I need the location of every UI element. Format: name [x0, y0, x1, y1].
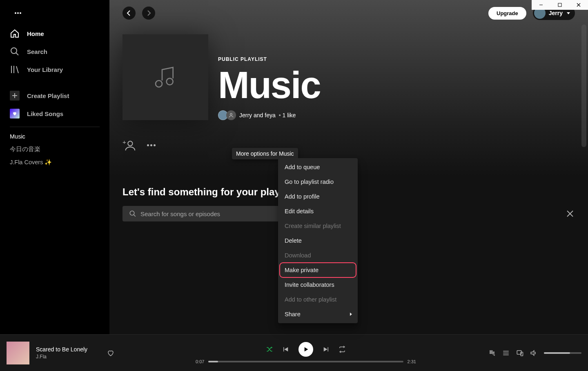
- now-playing-cover[interactable]: [7, 342, 29, 364]
- playlist-title[interactable]: Music: [218, 66, 321, 104]
- chevron-right-icon: [349, 312, 353, 316]
- more-options-button[interactable]: [147, 144, 156, 146]
- nav-library[interactable]: Your Library: [3, 60, 106, 78]
- history-back-button[interactable]: [122, 7, 136, 20]
- create-playlist-label: Create Playlist: [27, 92, 69, 99]
- playlist-type-label: PUBLIC PLAYLIST: [218, 56, 321, 62]
- home-icon: [10, 29, 20, 38]
- nav-search[interactable]: Search: [3, 42, 106, 60]
- liked-songs-button[interactable]: Liked Songs: [3, 105, 106, 123]
- playlist-cover[interactable]: [122, 34, 208, 120]
- svg-line-16: [134, 215, 136, 217]
- scrollbar[interactable]: [581, 25, 586, 147]
- sidebar-playlist-music[interactable]: Music: [3, 130, 106, 143]
- previous-button[interactable]: [282, 346, 290, 353]
- progress-bar[interactable]: [208, 361, 403, 362]
- window-close-button[interactable]: [569, 0, 588, 10]
- heart-icon: [10, 109, 20, 118]
- svg-point-4: [11, 48, 17, 54]
- playlist-subline: Jerry and feya 1 like: [218, 110, 321, 120]
- svg-marker-11: [567, 12, 570, 14]
- next-button[interactable]: [322, 346, 330, 353]
- ctx-create-similar: Create similar playlist: [280, 219, 356, 233]
- find-placeholder: Search for songs or episodes: [140, 210, 287, 217]
- chevron-down-icon: [566, 11, 571, 16]
- svg-line-8: [16, 66, 18, 73]
- now-playing-title[interactable]: Scared to Be Lonely: [36, 346, 97, 353]
- svg-marker-19: [350, 313, 352, 316]
- sidebar: Home Search Your Library Create Playlist…: [0, 0, 109, 371]
- nav-search-label: Search: [27, 48, 47, 55]
- find-close-button[interactable]: [565, 209, 575, 219]
- ctx-go-to-radio[interactable]: Go to playlist radio: [280, 174, 356, 189]
- window-controls: [532, 0, 588, 10]
- plus-icon: [10, 91, 20, 101]
- svg-point-15: [130, 211, 134, 215]
- svg-line-5: [16, 53, 18, 55]
- sidebar-divider: [10, 127, 100, 127]
- queue-button[interactable]: [502, 349, 510, 357]
- search-icon: [129, 210, 136, 217]
- find-search-input[interactable]: Search for songs or episodes: [122, 206, 294, 221]
- ctx-add-other-playlist: Add to other playlist: [280, 292, 356, 307]
- invite-collaborator-icon[interactable]: +: [122, 138, 136, 152]
- playlist-owners[interactable]: Jerry and feya: [239, 112, 276, 118]
- like-button[interactable]: [107, 349, 114, 357]
- svg-text:+: +: [122, 139, 126, 145]
- create-playlist-button[interactable]: Create Playlist: [3, 87, 106, 105]
- playlist-likes: 1 like: [279, 112, 296, 118]
- ctx-add-to-queue[interactable]: Add to queue: [280, 160, 356, 174]
- svg-rect-1: [558, 3, 561, 7]
- svg-marker-24: [324, 347, 327, 351]
- ctx-download: Download: [280, 248, 356, 263]
- history-forward-button[interactable]: [142, 7, 155, 20]
- app-menu-button[interactable]: [10, 5, 26, 21]
- svg-marker-21: [284, 347, 288, 351]
- ctx-share[interactable]: Share: [280, 307, 356, 322]
- ctx-add-to-profile[interactable]: Add to profile: [280, 189, 356, 204]
- ctx-edit-details[interactable]: Edit details: [280, 204, 356, 219]
- nav-home[interactable]: Home: [3, 25, 106, 42]
- ellipsis-icon: [147, 144, 156, 146]
- lyrics-button[interactable]: [488, 349, 496, 357]
- ctx-invite[interactable]: Invite collaborators: [280, 277, 356, 292]
- music-note-icon: [152, 64, 178, 90]
- volume-slider[interactable]: [544, 352, 581, 354]
- svg-marker-20: [272, 346, 272, 349]
- play-button[interactable]: [298, 342, 313, 357]
- topbar: Upgrade Jerry: [109, 0, 588, 26]
- ellipsis-icon: [15, 12, 21, 14]
- svg-point-12: [230, 113, 232, 115]
- nav-library-label: Your Library: [27, 66, 63, 73]
- upgrade-button[interactable]: Upgrade: [488, 7, 526, 20]
- user-name-label: Jerry: [549, 10, 563, 16]
- svg-marker-31: [531, 351, 534, 355]
- sidebar-playlist-today[interactable]: 今日の音楽: [3, 143, 106, 156]
- shuffle-button[interactable]: [266, 346, 273, 353]
- ctx-delete[interactable]: Delete: [280, 233, 356, 248]
- ctx-make-private[interactable]: Make private: [280, 263, 356, 277]
- ctx-share-label: Share: [285, 311, 301, 317]
- tooltip-more-options: More options for Music: [232, 148, 298, 159]
- devices-button[interactable]: [516, 349, 523, 357]
- window-minimize-button[interactable]: [532, 0, 550, 10]
- svg-marker-23: [305, 347, 308, 351]
- elapsed-time: 0:07: [196, 359, 204, 364]
- now-playing-artist[interactable]: J.Fla: [36, 354, 97, 360]
- repeat-button[interactable]: [339, 346, 346, 353]
- sidebar-playlist-jfla[interactable]: J.Fla Covers ✨: [3, 156, 106, 169]
- svg-point-14: [128, 141, 132, 146]
- search-icon: [10, 47, 20, 56]
- liked-songs-label: Liked Songs: [27, 110, 63, 117]
- player-bar: Scared to Be Lonely J.Fla 0:07 2:31: [0, 334, 588, 371]
- playlist-action-row: +: [109, 130, 588, 154]
- context-menu: Add to queue Go to playlist radio Add to…: [278, 158, 358, 323]
- volume-button[interactable]: [530, 349, 537, 357]
- owner-avatar-2: [226, 110, 236, 120]
- window-maximize-button[interactable]: [550, 0, 569, 10]
- total-time: 2:31: [408, 359, 416, 364]
- svg-rect-25: [328, 347, 329, 351]
- svg-rect-22: [283, 347, 284, 351]
- main-view: Upgrade Jerry PUBLIC PLAYLIST Music Jerr…: [109, 0, 588, 371]
- library-icon: [10, 65, 20, 74]
